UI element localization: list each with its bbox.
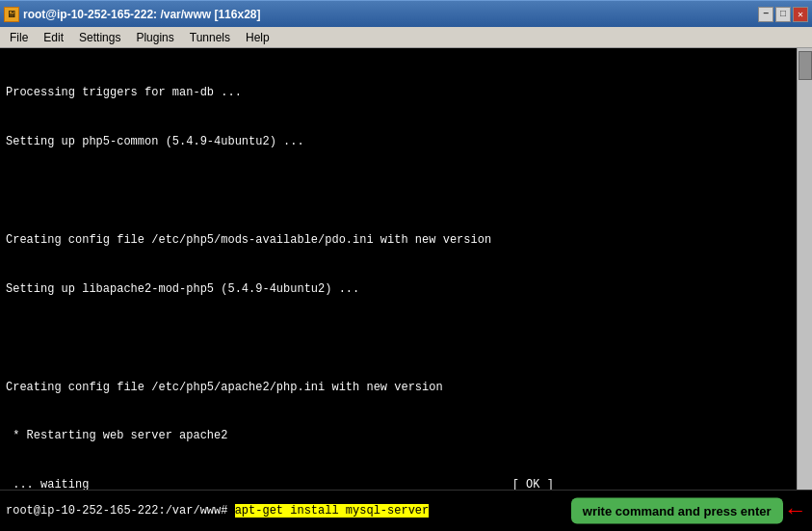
terminal-content: Processing triggers for man-db ... Setti… [6, 52, 806, 490]
maximize-button[interactable]: □ [775, 7, 791, 22]
window-controls: − □ ✕ [758, 7, 808, 22]
menu-settings[interactable]: Settings [71, 29, 128, 46]
command-prompt: root@ip-10-252-165-222:/var/www# [6, 504, 235, 518]
app-icon: 🖥 [4, 7, 19, 22]
terminal[interactable]: Processing triggers for man-db ... Setti… [0, 48, 812, 490]
terminal-line: Setting up libapache2-mod-php5 (5.4.9-4u… [6, 281, 806, 298]
arrow-icon: ← [789, 498, 802, 524]
menu-bar: File Edit Settings Plugins Tunnels Help [0, 27, 812, 48]
command-input[interactable]: apt-get install mysql-server [235, 504, 430, 518]
terminal-line: Creating config file /etc/php5/mods-avai… [6, 232, 806, 249]
terminal-line: * Restarting web server apache2 [6, 428, 806, 444]
menu-tunnels[interactable]: Tunnels [182, 29, 238, 46]
title-bar-left: 🖥 root@ip-10-252-165-222: /var/www [116x… [4, 7, 260, 22]
minimize-button[interactable]: − [758, 7, 773, 22]
window-title: root@ip-10-252-165-222: /var/www [116x28… [23, 8, 260, 21]
menu-help[interactable]: Help [238, 29, 277, 46]
terminal-line [6, 183, 806, 199]
terminal-line: Creating config file /etc/php5/apache2/p… [6, 380, 806, 396]
title-bar: 🖥 root@ip-10-252-165-222: /var/www [116x… [0, 0, 812, 27]
terminal-line: Setting up php5-common (5.4.9-4ubuntu2) … [6, 134, 806, 150]
scrollbar-thumb[interactable] [799, 51, 812, 80]
terminal-line: ... waiting [ OK ] [6, 477, 806, 490]
arrow-annotation: write command and press enter ← [571, 498, 802, 524]
close-button[interactable]: ✕ [793, 7, 808, 22]
terminal-line [6, 331, 806, 347]
scrollbar[interactable] [797, 48, 812, 490]
bottom-bar: root@ip-10-252-165-222:/var/www# apt-get… [0, 490, 812, 531]
menu-file[interactable]: File [2, 29, 36, 46]
command-line[interactable]: root@ip-10-252-165-222:/var/www# apt-get… [6, 504, 429, 518]
terminal-line: Processing triggers for man-db ... [6, 85, 806, 101]
menu-edit[interactable]: Edit [36, 29, 71, 46]
annotation-text: write command and press enter [571, 498, 783, 524]
menu-plugins[interactable]: Plugins [128, 29, 181, 46]
